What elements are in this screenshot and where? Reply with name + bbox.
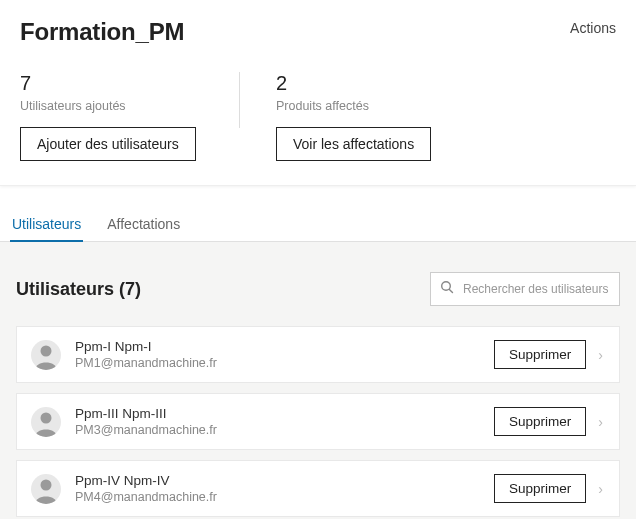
search-input[interactable] [461, 281, 611, 297]
user-row: Ppm-IV Npm-IVPM4@manandmachine.frSupprim… [16, 460, 620, 517]
page-title: Formation_PM [20, 18, 184, 46]
stat-users-count: 7 [20, 72, 204, 95]
actions-menu[interactable]: Actions [570, 18, 616, 36]
search-icon [439, 279, 461, 299]
remove-user-button[interactable]: Supprimer [494, 407, 586, 436]
user-row: Ppm-I Npm-IPM1@manandmachine.frSupprimer… [16, 326, 620, 383]
user-name: Ppm-I Npm-I [75, 339, 494, 354]
stat-users: 7 Utilisateurs ajoutés Ajouter des utili… [20, 72, 240, 161]
tab-assignments[interactable]: Affectations [105, 206, 182, 242]
remove-user-button[interactable]: Supprimer [494, 474, 586, 503]
chevron-right-icon[interactable]: › [596, 414, 605, 430]
user-info: Ppm-III Npm-IIIPM3@manandmachine.fr [75, 406, 494, 437]
users-list-title: Utilisateurs (7) [16, 279, 141, 300]
add-users-button[interactable]: Ajouter des utilisateurs [20, 127, 196, 161]
user-email: PM3@manandmachine.fr [75, 423, 494, 437]
stat-products-count: 2 [276, 72, 431, 95]
svg-line-1 [449, 289, 452, 292]
chevron-right-icon[interactable]: › [596, 481, 605, 497]
user-info: Ppm-I Npm-IPM1@manandmachine.fr [75, 339, 494, 370]
stat-products: 2 Produits affectés Voir les affectation… [240, 72, 467, 161]
user-row: Ppm-III Npm-IIIPM3@manandmachine.frSuppr… [16, 393, 620, 450]
user-info: Ppm-IV Npm-IVPM4@manandmachine.fr [75, 473, 494, 504]
user-name: Ppm-IV Npm-IV [75, 473, 494, 488]
users-section: Utilisateurs (7) Ppm-I Npm-IPM1@manandma… [0, 242, 636, 519]
svg-point-2 [41, 345, 52, 356]
svg-point-4 [41, 479, 52, 490]
tab-users[interactable]: Utilisateurs [10, 206, 83, 242]
svg-point-3 [41, 412, 52, 423]
search-box[interactable] [430, 272, 620, 306]
user-email: PM1@manandmachine.fr [75, 356, 494, 370]
stat-products-label: Produits affectés [276, 99, 431, 113]
view-assignments-button[interactable]: Voir les affectations [276, 127, 431, 161]
remove-user-button[interactable]: Supprimer [494, 340, 586, 369]
avatar [31, 407, 61, 437]
tabs: Utilisateurs Affectations [0, 206, 636, 242]
stat-users-label: Utilisateurs ajoutés [20, 99, 204, 113]
header-card: Formation_PM Actions 7 Utilisateurs ajou… [0, 0, 636, 186]
user-email: PM4@manandmachine.fr [75, 490, 494, 504]
avatar [31, 474, 61, 504]
chevron-right-icon[interactable]: › [596, 347, 605, 363]
user-name: Ppm-III Npm-III [75, 406, 494, 421]
avatar [31, 340, 61, 370]
